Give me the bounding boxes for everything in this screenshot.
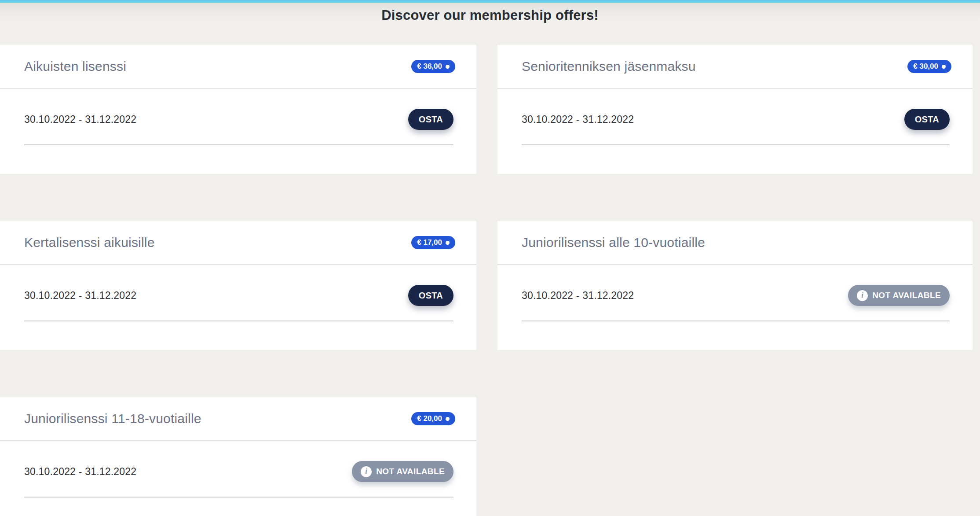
offer-card: Kertalisenssi aikuisille € 17,00 30.10.2… xyxy=(0,221,476,350)
offer-title: Senioritenniksen jäsenmaksu xyxy=(522,59,696,74)
offer-title: Kertalisenssi aikuisille xyxy=(24,235,155,250)
offer-date-range: 30.10.2022 - 31.12.2022 xyxy=(522,290,634,302)
row-divider xyxy=(24,144,453,145)
row-divider xyxy=(24,321,453,321)
price-text: € 17,00 xyxy=(417,238,442,247)
price-text: € 20,00 xyxy=(417,414,442,423)
price-badge: € 17,00 xyxy=(411,236,455,249)
offer-title: Juniorilisenssi alle 10-vuotiaille xyxy=(522,235,705,250)
offer-row: 30.10.2022 - 31.12.2022 i NOT AVAILABLE xyxy=(24,461,453,482)
offer-card: Juniorilisenssi 11-18-vuotiaille € 20,00… xyxy=(0,397,476,516)
offer-title: Juniorilisenssi 11-18-vuotiaille xyxy=(24,411,201,426)
offers-grid: Aikuisten lisenssi € 36,00 30.10.2022 - … xyxy=(0,45,973,516)
offer-date-range: 30.10.2022 - 31.12.2022 xyxy=(24,290,136,302)
price-text: € 36,00 xyxy=(417,62,442,71)
offer-card: Aikuisten lisenssi € 36,00 30.10.2022 - … xyxy=(0,45,476,174)
page-header: Discover our membership offers! xyxy=(0,3,980,45)
offer-card-header: Kertalisenssi aikuisille € 17,00 xyxy=(0,221,476,265)
offer-card: Senioritenniksen jäsenmaksu € 30,00 30.1… xyxy=(497,45,973,174)
row-divider xyxy=(24,497,453,498)
price-dot-icon xyxy=(446,241,450,245)
price-text: € 30,00 xyxy=(913,62,938,71)
offer-card-header: Aikuisten lisenssi € 36,00 xyxy=(0,45,476,89)
offer-card-body: 30.10.2022 - 31.12.2022 OSTA xyxy=(0,265,476,321)
price-badge: € 36,00 xyxy=(411,60,455,73)
page-title: Discover our membership offers! xyxy=(0,3,980,23)
offer-date-range: 30.10.2022 - 31.12.2022 xyxy=(24,114,136,125)
buy-button[interactable]: OSTA xyxy=(408,285,453,306)
offer-card-body: 30.10.2022 - 31.12.2022 OSTA xyxy=(0,89,476,145)
buy-button[interactable]: OSTA xyxy=(408,109,453,130)
not-available-label: NOT AVAILABLE xyxy=(376,467,445,476)
row-divider xyxy=(522,144,950,145)
offer-date-range: 30.10.2022 - 31.12.2022 xyxy=(522,114,634,125)
price-dot-icon xyxy=(446,417,450,421)
offer-card-body: 30.10.2022 - 31.12.2022 i NOT AVAILABLE xyxy=(0,441,476,498)
not-available-button[interactable]: i NOT AVAILABLE xyxy=(352,461,453,482)
price-dot-icon xyxy=(942,65,946,69)
offer-card: Juniorilisenssi alle 10-vuotiaille 30.10… xyxy=(497,221,973,350)
offer-card-body: 30.10.2022 - 31.12.2022 i NOT AVAILABLE xyxy=(497,265,973,321)
info-icon: i xyxy=(361,466,372,477)
offer-card-body: 30.10.2022 - 31.12.2022 OSTA xyxy=(497,89,973,145)
price-dot-icon xyxy=(446,65,450,69)
not-available-button[interactable]: i NOT AVAILABLE xyxy=(848,285,950,306)
row-divider xyxy=(522,321,950,321)
offer-title: Aikuisten lisenssi xyxy=(24,59,126,74)
price-badge: € 30,00 xyxy=(907,60,951,73)
offer-card-header: Juniorilisenssi 11-18-vuotiaille € 20,00 xyxy=(0,397,476,441)
info-icon: i xyxy=(857,290,868,301)
price-badge: € 20,00 xyxy=(411,412,455,425)
offer-row: 30.10.2022 - 31.12.2022 OSTA xyxy=(24,285,453,306)
offer-row: 30.10.2022 - 31.12.2022 OSTA xyxy=(522,109,950,130)
offer-row: 30.10.2022 - 31.12.2022 OSTA xyxy=(24,109,453,130)
not-available-label: NOT AVAILABLE xyxy=(872,291,941,300)
buy-button[interactable]: OSTA xyxy=(904,109,950,130)
offer-card-header: Juniorilisenssi alle 10-vuotiaille xyxy=(497,221,973,265)
offer-card-header: Senioritenniksen jäsenmaksu € 30,00 xyxy=(497,45,973,89)
offer-date-range: 30.10.2022 - 31.12.2022 xyxy=(24,466,136,478)
offer-row: 30.10.2022 - 31.12.2022 i NOT AVAILABLE xyxy=(522,285,950,306)
